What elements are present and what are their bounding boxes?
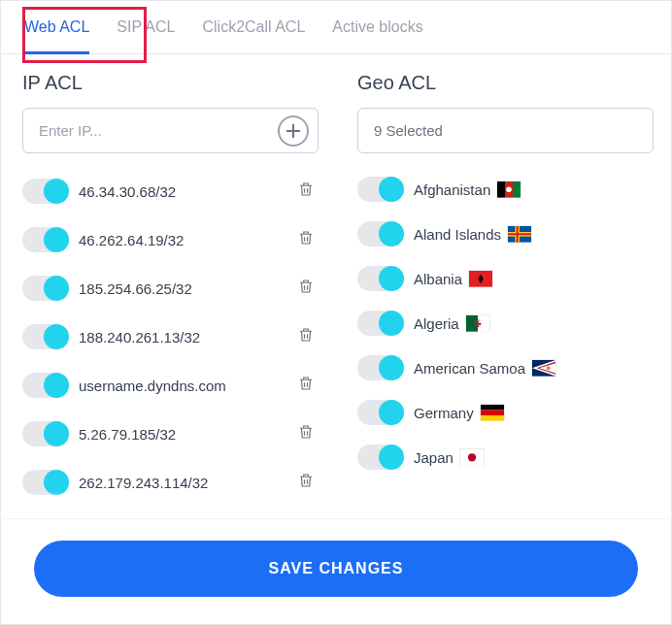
ip-list: 46.34.30.68/3246.262.64.19/32185.254.66.… (22, 167, 319, 518)
svg-rect-20 (481, 411, 504, 416)
ip-toggle[interactable] (22, 324, 69, 349)
tab-web-acl[interactable]: Web ACL (24, 18, 89, 54)
tab-active-blocks[interactable]: Active blocks (332, 18, 422, 53)
trash-icon (297, 184, 315, 201)
save-changes-button[interactable]: SAVE CHANGES (34, 541, 638, 597)
geo-row: Germany (357, 390, 654, 435)
ip-input[interactable] (22, 108, 319, 153)
geo-toggle[interactable] (357, 311, 404, 336)
svg-point-18 (547, 366, 551, 370)
geo-label: Afghanistan (414, 181, 654, 198)
trash-icon (297, 378, 315, 395)
ip-toggle[interactable] (22, 276, 69, 301)
svg-point-5 (506, 187, 512, 193)
geo-acl-title: Geo ACL (357, 72, 654, 94)
svg-rect-2 (497, 181, 505, 198)
trash-icon (297, 427, 315, 444)
delete-ip-button[interactable] (293, 322, 319, 351)
ip-label: username.dyndns.com (79, 378, 293, 394)
ip-toggle[interactable] (22, 179, 69, 204)
geo-row: Aland Islands (357, 212, 654, 256)
svg-rect-21 (481, 415, 504, 421)
ip-label: 262.179.243.114/32 (79, 475, 293, 491)
geo-label: Germany (414, 404, 654, 421)
geo-label: American Samoa (414, 359, 654, 377)
ip-acl-title: IP ACL (22, 72, 319, 94)
tab-sip-acl[interactable]: SIP ACL (117, 18, 175, 53)
svg-point-23 (468, 453, 476, 461)
geo-row: Albania (357, 256, 654, 301)
tab-click2call-acl[interactable]: Click2Call ACL (202, 18, 305, 53)
geo-toggle[interactable] (357, 400, 404, 425)
delete-ip-button[interactable] (293, 177, 319, 206)
geo-row: Japan (357, 435, 654, 479)
geo-row: Afghanistan (357, 167, 654, 212)
content-area: IP ACL 46.34.30.68/3246.262.64.19/32185.… (1, 54, 671, 518)
geo-toggle[interactable] (357, 355, 404, 380)
geo-label: Algeria (414, 314, 654, 332)
ip-input-wrap (22, 108, 319, 153)
geo-label: Aland Islands (414, 225, 654, 243)
ip-row: 185.254.66.25/32 (22, 264, 319, 312)
ip-label: 46.262.64.19/32 (79, 232, 293, 248)
add-ip-button[interactable] (278, 115, 309, 147)
flag-icon (480, 404, 505, 421)
tab-bar: Web ACL SIP ACL Click2Call ACL Active bl… (1, 1, 671, 54)
ip-row: 46.34.30.68/32 (22, 167, 319, 215)
delete-ip-button[interactable] (293, 274, 319, 303)
ip-label: 5.26.79.185/32 (79, 426, 293, 443)
flag-icon (496, 181, 521, 198)
geo-acl-column: Geo ACL 9 Selected Afghanistan Aland Isl… (336, 54, 671, 518)
flag-icon (468, 270, 493, 287)
footer: SAVE CHANGES (1, 518, 671, 624)
acl-panel: Web ACL SIP ACL Click2Call ACL Active bl… (0, 0, 672, 625)
ip-row: 262.179.243.114/32 (22, 458, 319, 507)
trash-icon (297, 281, 315, 298)
svg-rect-4 (513, 181, 521, 198)
geo-toggle[interactable] (357, 177, 404, 202)
flag-icon (465, 314, 490, 332)
geo-row: Algeria (357, 301, 654, 345)
geo-toggle[interactable] (357, 266, 404, 291)
geo-select-wrap: 9 Selected (357, 108, 654, 153)
flag-icon (507, 225, 532, 243)
geo-select[interactable]: 9 Selected (357, 108, 654, 153)
ip-label: 46.34.30.68/32 (79, 183, 293, 200)
flag-icon (531, 359, 556, 377)
ip-row: username.dyndns.com (22, 361, 319, 410)
ip-row: 46.262.64.19/32 (22, 215, 319, 264)
ip-toggle[interactable] (22, 421, 69, 446)
ip-acl-column: IP ACL 46.34.30.68/3246.262.64.19/32185.… (1, 54, 336, 518)
delete-ip-button[interactable] (293, 468, 319, 497)
trash-icon (297, 233, 315, 249)
svg-rect-19 (481, 405, 504, 411)
plus-icon (286, 123, 301, 139)
ip-label: 185.254.66.25/32 (79, 280, 293, 297)
ip-toggle[interactable] (22, 470, 69, 495)
geo-toggle[interactable] (357, 221, 404, 247)
geo-label: Albania (414, 270, 654, 287)
delete-ip-button[interactable] (293, 225, 319, 254)
geo-toggle[interactable] (357, 444, 404, 470)
ip-row: 188.240.261.13/32 (22, 312, 319, 361)
delete-ip-button[interactable] (293, 419, 319, 448)
delete-ip-button[interactable] (293, 371, 319, 400)
trash-icon (297, 476, 315, 492)
geo-label: Japan (414, 448, 654, 466)
geo-list: Afghanistan Aland Islands Albania Algeri… (357, 167, 654, 518)
ip-toggle[interactable] (22, 373, 69, 398)
ip-toggle[interactable] (22, 227, 69, 252)
geo-row: American Samoa (357, 345, 654, 390)
ip-label: 188.240.261.13/32 (79, 329, 293, 345)
svg-rect-10 (508, 233, 531, 235)
ip-row: 5.26.79.185/32 (22, 410, 319, 458)
flag-icon (459, 448, 485, 466)
trash-icon (297, 330, 315, 346)
